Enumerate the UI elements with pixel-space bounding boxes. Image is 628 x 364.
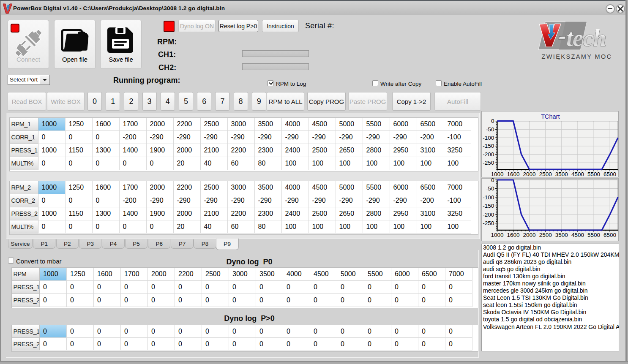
svg-text:1000: 1000	[491, 171, 503, 177]
svg-text:2500: 2500	[539, 232, 552, 238]
svg-text:-200: -200	[483, 151, 494, 158]
svg-text:TChart: TChart	[541, 113, 560, 120]
svg-text:-250: -250	[483, 160, 494, 166]
svg-text:2000: 2000	[523, 232, 536, 238]
svg-text:-150: -150	[483, 143, 494, 149]
svg-text:2000: 2000	[523, 171, 536, 177]
svg-text:4500: 4500	[571, 232, 584, 238]
svg-text:5500: 5500	[587, 171, 600, 177]
svg-text:ZWIĘKSZAMY MOC: ZWIĘKSZAMY MOC	[542, 53, 612, 60]
svg-text:1000: 1000	[491, 232, 503, 238]
svg-text:0: 0	[491, 178, 494, 183]
svg-text:-100: -100	[483, 194, 494, 201]
svg-text:2500: 2500	[539, 171, 552, 177]
svg-text:-50: -50	[486, 185, 494, 192]
svg-text:3500: 3500	[555, 171, 568, 177]
svg-text:3500: 3500	[555, 232, 568, 238]
svg-text:5500: 5500	[587, 232, 600, 238]
svg-text:-100: -100	[483, 135, 494, 141]
svg-text:-50: -50	[486, 126, 494, 133]
svg-text:0: 0	[491, 118, 494, 124]
svg-text:1600: 1600	[507, 232, 519, 238]
svg-text:1600: 1600	[507, 171, 519, 177]
svg-text:6500: 6500	[603, 171, 616, 177]
svg-text:-200: -200	[483, 212, 494, 218]
svg-text:-250: -250	[483, 220, 494, 226]
svg-text:-150: -150	[483, 203, 494, 209]
svg-text:4500: 4500	[571, 171, 584, 177]
svg-text:6500: 6500	[603, 232, 616, 238]
svg-text:tech: tech	[566, 24, 606, 51]
